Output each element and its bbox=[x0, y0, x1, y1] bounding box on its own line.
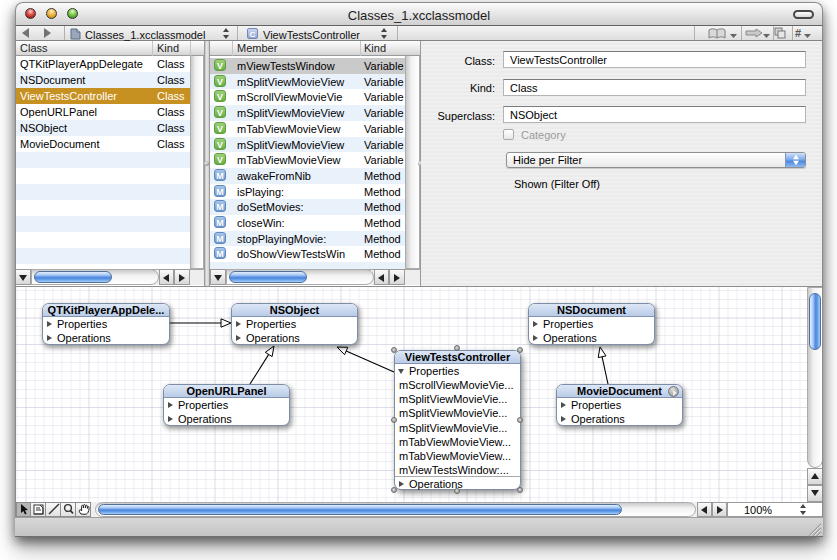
svg-text:#: # bbox=[795, 27, 801, 39]
